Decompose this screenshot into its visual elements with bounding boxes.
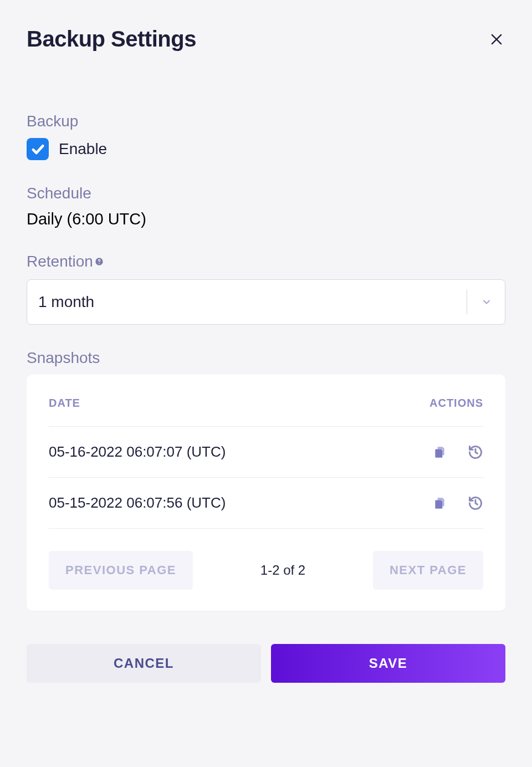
retention-value: 1 month	[38, 293, 94, 311]
backup-section: Backup Enable	[27, 113, 505, 160]
dialog-header: Backup Settings	[27, 27, 505, 52]
cancel-button[interactable]: CANCEL	[27, 644, 261, 683]
enable-checkbox[interactable]	[27, 138, 49, 160]
restore-button[interactable]	[468, 444, 483, 460]
help-icon[interactable]	[94, 257, 104, 267]
page-info: 1-2 of 2	[260, 563, 305, 578]
dialog-footer: CANCEL SAVE	[27, 644, 505, 683]
table-row: 05-15-2022 06:07:56 (UTC)	[49, 478, 483, 529]
dialog-title: Backup Settings	[27, 27, 196, 52]
snapshots-card: DATE ACTIONS 05-16-2022 06:07:07 (UTC)	[27, 375, 505, 611]
backup-label: Backup	[27, 113, 505, 130]
copy-button[interactable]	[432, 495, 448, 511]
retention-label: Retention	[27, 253, 93, 270]
row-actions	[432, 495, 483, 511]
enable-label: Enable	[59, 140, 107, 158]
history-icon	[468, 444, 483, 460]
column-date: DATE	[49, 397, 80, 410]
retention-select[interactable]: 1 month	[27, 279, 505, 325]
previous-page-button[interactable]: PREVIOUS PAGE	[49, 551, 193, 590]
next-page-button[interactable]: NEXT PAGE	[373, 551, 483, 590]
pagination: PREVIOUS PAGE 1-2 of 2 NEXT PAGE	[49, 551, 483, 590]
copy-icon	[433, 496, 447, 510]
snapshots-label: Snapshots	[27, 349, 505, 367]
chevron-down-icon	[480, 296, 493, 308]
table-header: DATE ACTIONS	[49, 397, 483, 427]
restore-button[interactable]	[468, 495, 483, 511]
snapshot-date: 05-16-2022 06:07:07 (UTC)	[49, 443, 226, 461]
select-divider	[467, 290, 467, 314]
close-icon	[489, 32, 504, 47]
copy-icon	[433, 445, 447, 459]
schedule-value: Daily (6:00 UTC)	[27, 210, 505, 228]
schedule-label: Schedule	[27, 185, 505, 202]
schedule-section: Schedule Daily (6:00 UTC)	[27, 185, 505, 228]
row-actions	[432, 444, 483, 460]
snapshot-date: 05-15-2022 06:07:56 (UTC)	[49, 494, 226, 512]
retention-section: Retention 1 month	[27, 253, 505, 325]
check-icon	[30, 141, 45, 157]
history-icon	[468, 495, 483, 511]
close-button[interactable]	[488, 30, 505, 48]
table-row: 05-16-2022 06:07:07 (UTC)	[49, 427, 483, 478]
svg-point-3	[99, 263, 100, 264]
snapshots-section: Snapshots DATE ACTIONS 05-16-2022 06:07:…	[27, 349, 505, 611]
copy-button[interactable]	[432, 444, 448, 460]
save-button[interactable]: SAVE	[271, 644, 505, 683]
column-actions: ACTIONS	[429, 397, 483, 410]
enable-checkbox-row: Enable	[27, 138, 505, 160]
